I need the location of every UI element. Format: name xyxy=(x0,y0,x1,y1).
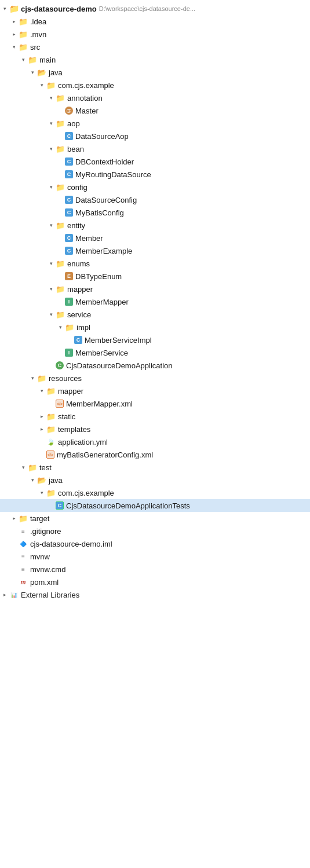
xml-icon: </> xyxy=(46,451,54,459)
arrow-collapsed[interactable] xyxy=(9,30,19,39)
tree-item-label: MyRoutingDataSource xyxy=(75,170,151,179)
arrow-expanded[interactable] xyxy=(19,55,28,64)
tree-item-label: java xyxy=(49,476,63,485)
tree-item-src[interactable]: 📁src xyxy=(0,41,310,53)
tree-item-target[interactable]: 📁target xyxy=(0,512,310,525)
tree-item-label: DataSourceConfig xyxy=(75,196,137,204)
arrow-expanded[interactable] xyxy=(37,80,46,90)
arrow-expanded[interactable] xyxy=(37,488,46,497)
folder-icon: 📁 xyxy=(56,119,65,128)
tree-item-resources[interactable]: 📁resources xyxy=(0,372,310,384)
tree-item-MyRoutingDataSource[interactable]: CMyRoutingDataSource xyxy=(0,168,310,181)
tree-item-MemberMapper[interactable]: IMemberMapper xyxy=(0,295,310,308)
arrow-expanded[interactable] xyxy=(46,310,56,319)
tree-item-java[interactable]: 📂java xyxy=(0,66,310,79)
tree-item-service[interactable]: 📁service xyxy=(0,308,310,321)
tree-item-bean[interactable]: 📁bean xyxy=(0,142,310,155)
arrow-collapsed[interactable] xyxy=(0,590,9,599)
tree-item-.gitignore[interactable]: ≡.gitignore xyxy=(0,525,310,537)
class-icon: C xyxy=(65,158,73,166)
tree-item-CjsDatasourceDemoApplication[interactable]: CCjsDatasourceDemoApplication xyxy=(0,359,310,372)
tree-item-templates[interactable]: 📁templates xyxy=(0,423,310,435)
tree-item-myBatisGeneratorConfig.xml[interactable]: </>myBatisGeneratorConfig.xml xyxy=(0,448,310,461)
tree-item-label: resources xyxy=(49,374,82,383)
tree-item-cjs-datasource-demo.iml[interactable]: 🔷cjs-datasource-demo.iml xyxy=(0,537,310,550)
tree-item-MemberService[interactable]: IMemberService xyxy=(0,346,310,359)
tree-item-MemberServiceImpl[interactable]: CMemberServiceImpl xyxy=(0,334,310,346)
arrow-expanded[interactable] xyxy=(28,475,37,485)
tree-item-label: Member xyxy=(75,234,103,243)
arrow-expanded[interactable] xyxy=(0,4,9,13)
folder-icon: 📁 xyxy=(56,144,65,153)
arrow-collapsed[interactable] xyxy=(9,514,19,523)
arrow-expanded[interactable] xyxy=(46,93,56,102)
arrow-collapsed[interactable] xyxy=(9,17,19,26)
tree-item-DBTypeEnum[interactable]: EDBTypeEnum xyxy=(0,270,310,283)
arrow-expanded[interactable] xyxy=(46,119,56,128)
arrow-expanded[interactable] xyxy=(46,144,56,153)
arrow-collapsed[interactable] xyxy=(37,424,46,434)
tree-item-impl[interactable]: 📁impl xyxy=(0,321,310,334)
tree-item-MemberExample[interactable]: CMemberExample xyxy=(0,244,310,257)
arrow-expanded[interactable] xyxy=(28,68,37,77)
tree-item-pom.xml[interactable]: mpom.xml xyxy=(0,576,310,588)
tree-item-test[interactable]: 📁test xyxy=(0,461,310,474)
tree-item-label: MemberService xyxy=(75,349,128,357)
tree-item-idea[interactable]: 📁.idea xyxy=(0,15,310,28)
enum-icon: E xyxy=(65,272,73,280)
tree-item-label: templates xyxy=(58,425,90,434)
folder-orange-icon: 📁 xyxy=(19,514,28,523)
tree-item-com.cjs.example[interactable]: 📁com.cjs.example xyxy=(0,79,310,91)
arrow-expanded[interactable] xyxy=(46,284,56,294)
tree-item-label: bean xyxy=(67,145,84,153)
arrow-expanded[interactable] xyxy=(46,259,56,268)
arrow-expanded[interactable] xyxy=(46,182,56,192)
tree-item-static[interactable]: 📁static xyxy=(0,410,310,423)
tree-item-mvn[interactable]: 📁.mvn xyxy=(0,28,310,41)
tree-item-test-com.cjs.example[interactable]: 📁com.cjs.example xyxy=(0,486,310,499)
tree-item-label: DBTypeEnum xyxy=(75,272,122,281)
tree-item-Master[interactable]: @Master xyxy=(0,104,310,117)
tree-item-DataSourceAop[interactable]: CDataSourceAop xyxy=(0,130,310,142)
arrow-expanded[interactable] xyxy=(28,373,37,383)
arrow-expanded[interactable] xyxy=(9,42,19,52)
tree-item-label: CjsDatasourceDemoApplicationTests xyxy=(66,501,190,510)
tree-item-aop[interactable]: 📁aop xyxy=(0,117,310,130)
tree-item-config[interactable]: 📁config xyxy=(0,181,310,193)
tree-item-label: cjs-datasource-demo xyxy=(21,5,97,13)
tree-item-MyBatisConfig[interactable]: CMyBatisConfig xyxy=(0,206,310,219)
tree-item-External Libraries[interactable]: 📊External Libraries xyxy=(0,588,310,601)
tree-item-root[interactable]: 📁cjs-datasource-demoD:\workspace\cjs-dat… xyxy=(0,2,310,15)
tree-item-mapper[interactable]: 📁mapper xyxy=(0,283,310,295)
tree-item-label: com.cjs.example xyxy=(58,489,114,497)
tree-item-entity[interactable]: 📁entity xyxy=(0,219,310,232)
iml-icon: 🔷 xyxy=(19,539,28,548)
tree-item-label: External Libraries xyxy=(21,591,79,599)
folder-gray-icon: 📁 xyxy=(19,30,28,39)
tree-item-application.yml[interactable]: 🍃application.yml xyxy=(0,435,310,448)
arrow-expanded[interactable] xyxy=(56,323,65,332)
tree-item-Member[interactable]: CMember xyxy=(0,232,310,244)
tree-item-label: mapper xyxy=(58,387,83,395)
tree-item-label: MemberServiceImpl xyxy=(85,336,152,345)
arrow-expanded[interactable] xyxy=(46,221,56,230)
tree-item-DBContextHolder[interactable]: CDBContextHolder xyxy=(0,155,310,168)
class-icon: C xyxy=(65,234,73,242)
arrow-collapsed[interactable] xyxy=(37,412,46,421)
tree-item-label: entity xyxy=(67,221,85,230)
arrow-expanded[interactable] xyxy=(19,463,28,472)
tree-item-annotation[interactable]: 📁annotation xyxy=(0,91,310,104)
tree-item-label: src xyxy=(30,43,40,52)
tree-item-mvnw[interactable]: ≡mvnw xyxy=(0,550,310,563)
tree-item-test-java[interactable]: 📂java xyxy=(0,474,310,486)
tree-item-enums[interactable]: 📁enums xyxy=(0,257,310,270)
tree-item-label: config xyxy=(67,183,87,192)
tree-item-resources-mapper[interactable]: 📁mapper xyxy=(0,384,310,397)
folder-icon: 📁 xyxy=(56,310,65,319)
tree-item-MemberMapper.xml[interactable]: </>MemberMapper.xml xyxy=(0,397,310,410)
tree-item-main[interactable]: 📁main xyxy=(0,53,310,66)
tree-item-CjsDatasourceDemoApplicationTests[interactable]: CCjsDatasourceDemoApplicationTests xyxy=(0,499,310,512)
tree-item-mvnw.cmd[interactable]: ≡mvnw.cmd xyxy=(0,563,310,576)
tree-item-DataSourceConfig[interactable]: CDataSourceConfig xyxy=(0,193,310,206)
arrow-expanded[interactable] xyxy=(37,386,46,395)
